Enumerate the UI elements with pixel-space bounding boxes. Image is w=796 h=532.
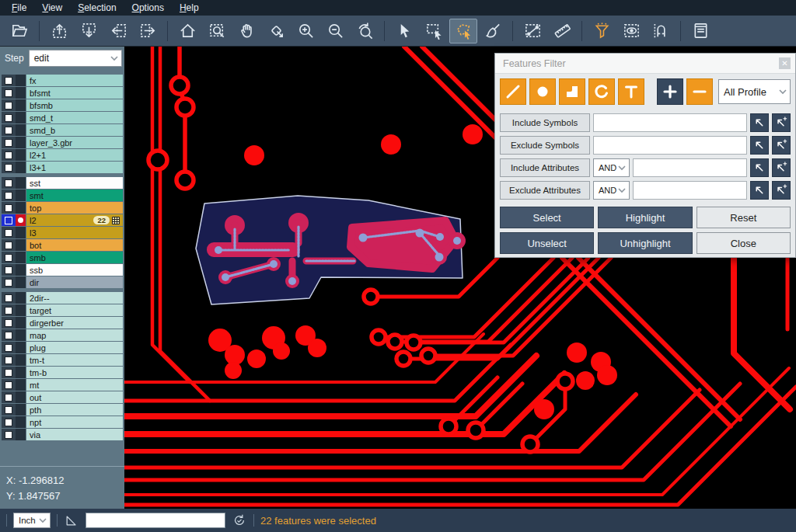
- layer-label[interactable]: l2+1: [26, 149, 123, 161]
- select-rectangle-button[interactable]: [420, 19, 448, 43]
- layer-active-indicator[interactable]: [16, 112, 26, 123]
- layer-active-indicator[interactable]: [16, 190, 26, 201]
- refresh-check-icon[interactable]: [232, 513, 247, 528]
- layer-row-smd_t[interactable]: smd_t: [2, 112, 123, 123]
- layer-label[interactable]: smt: [26, 190, 123, 201]
- pan-hand-button[interactable]: [232, 19, 260, 43]
- layer-label[interactable]: plug: [26, 342, 123, 353]
- layer-label[interactable]: tm-b: [26, 367, 123, 378]
- pick-from-canvas-button[interactable]: [750, 113, 769, 132]
- layer-active-indicator[interactable]: [16, 292, 26, 304]
- menu-options[interactable]: Options: [125, 1, 171, 15]
- layer-active-indicator[interactable]: [16, 391, 26, 403]
- menu-help[interactable]: Help: [173, 1, 206, 15]
- include-attributes-input[interactable]: [633, 158, 747, 177]
- layer-visibility-checkbox[interactable]: [2, 317, 16, 329]
- layer-visibility-checkbox[interactable]: [2, 379, 16, 391]
- layer-visibility-checkbox[interactable]: [2, 227, 16, 238]
- include-symbols-input[interactable]: [593, 113, 747, 132]
- menu-view[interactable]: View: [35, 1, 69, 15]
- layer-visibility-checkbox[interactable]: [2, 264, 16, 276]
- layer-label[interactable]: layer_3.gbr: [26, 137, 123, 148]
- selection-region[interactable]: [196, 196, 466, 304]
- layer-active-indicator[interactable]: [16, 239, 26, 251]
- report-button[interactable]: [686, 19, 714, 43]
- pan-left-button[interactable]: [104, 19, 132, 43]
- select-pointer-button[interactable]: [390, 19, 418, 43]
- exclude-attributes-button[interactable]: Exclude Attributes: [500, 181, 590, 200]
- layer-label[interactable]: mt: [26, 379, 123, 391]
- pan-up-button[interactable]: [45, 19, 73, 43]
- layer-active-indicator[interactable]: [16, 252, 26, 263]
- layer-visibility-checkbox[interactable]: [2, 252, 16, 263]
- layer-row-via[interactable]: via: [2, 429, 123, 440]
- layer-active-indicator[interactable]: [16, 329, 26, 341]
- layer-active-indicator[interactable]: [16, 124, 26, 136]
- close-icon[interactable]: ✕: [779, 57, 791, 69]
- layer-row-l3+1[interactable]: l3+1: [2, 162, 123, 173]
- surface-filter-button[interactable]: [559, 78, 585, 105]
- layer-row-mt[interactable]: mt: [2, 379, 123, 391]
- layer-visibility-checkbox[interactable]: [2, 99, 16, 111]
- exclude-symbols-input[interactable]: [593, 136, 747, 155]
- layer-label[interactable]: l3+1: [26, 162, 123, 173]
- close-button[interactable]: Close: [696, 232, 791, 254]
- layer-row-map[interactable]: map: [2, 329, 123, 341]
- pan-right-button[interactable]: [134, 19, 162, 43]
- open-button[interactable]: [5, 19, 33, 43]
- layer-label[interactable]: bfsmt: [26, 87, 123, 99]
- pick-add-from-canvas-button[interactable]: [772, 136, 791, 155]
- layer-active-indicator[interactable]: [16, 342, 26, 353]
- layer-row-plug[interactable]: plug: [2, 342, 123, 353]
- step-select[interactable]: edit: [29, 50, 122, 67]
- pick-from-canvas-button[interactable]: [750, 158, 769, 177]
- layer-row-bot[interactable]: bot: [2, 239, 123, 251]
- layer-row-ssb[interactable]: ssb: [2, 264, 123, 276]
- layer-visibility-checkbox[interactable]: [2, 112, 16, 123]
- layer-active-indicator[interactable]: [16, 276, 26, 288]
- features-filter-button[interactable]: [588, 19, 616, 43]
- layer-visibility-checkbox[interactable]: [2, 416, 16, 428]
- layer-row-smd_b[interactable]: smd_b: [2, 124, 123, 136]
- layer-visibility-checkbox[interactable]: [2, 214, 16, 226]
- layer-visibility-checkbox[interactable]: [2, 162, 16, 173]
- layer-row-l2[interactable]: l222: [2, 214, 123, 226]
- layer-row-top[interactable]: top: [2, 202, 123, 214]
- exclude-attributes-operator-select[interactable]: AND: [593, 181, 630, 200]
- layer-label[interactable]: npt: [26, 416, 123, 428]
- layer-active-indicator[interactable]: [16, 304, 26, 316]
- layer-active-indicator[interactable]: [16, 149, 26, 161]
- zoom-object-button[interactable]: [262, 19, 290, 43]
- layer-visibility-checkbox[interactable]: [2, 177, 16, 189]
- unit-select[interactable]: Inch: [13, 513, 51, 528]
- dialog-title-bar[interactable]: Features Filter ✕: [495, 54, 795, 74]
- layer-active-indicator[interactable]: [16, 404, 26, 416]
- layer-row-smb[interactable]: smb: [2, 252, 123, 263]
- remove-filter-button[interactable]: [686, 78, 713, 105]
- layer-label[interactable]: via: [26, 429, 123, 440]
- layer-active-indicator[interactable]: [16, 177, 26, 189]
- layer-active-indicator[interactable]: [16, 354, 26, 366]
- include-attributes-operator-select[interactable]: AND: [593, 158, 630, 177]
- layer-row-2dir--[interactable]: 2dir--: [2, 292, 123, 304]
- layer-row-smt[interactable]: smt: [2, 190, 123, 201]
- zoom-previous-button[interactable]: [351, 19, 379, 43]
- layer-label[interactable]: top: [26, 202, 123, 214]
- layer-label[interactable]: smd_t: [26, 112, 123, 123]
- layer-label[interactable]: l222: [26, 214, 123, 226]
- unhighlight-button[interactable]: Unhighlight: [598, 232, 692, 254]
- layer-active-indicator[interactable]: [16, 416, 26, 428]
- layer-row-l2+1[interactable]: l2+1: [2, 149, 123, 161]
- profile-select[interactable]: All Profile: [718, 79, 791, 104]
- zoom-in-button[interactable]: [292, 19, 319, 43]
- select-button[interactable]: Select: [500, 207, 594, 228]
- layer-label[interactable]: target: [26, 304, 123, 316]
- layer-visibility-checkbox[interactable]: [2, 292, 16, 304]
- layer-active-indicator[interactable]: [16, 137, 26, 148]
- clean-button[interactable]: [479, 19, 507, 43]
- view-options-button[interactable]: [617, 19, 645, 43]
- layer-row-bfsmb[interactable]: bfsmb: [2, 99, 123, 111]
- pick-add-from-canvas-button[interactable]: [772, 158, 791, 177]
- layer-row-dir[interactable]: dir: [2, 276, 123, 288]
- menu-selection[interactable]: Selection: [71, 1, 123, 15]
